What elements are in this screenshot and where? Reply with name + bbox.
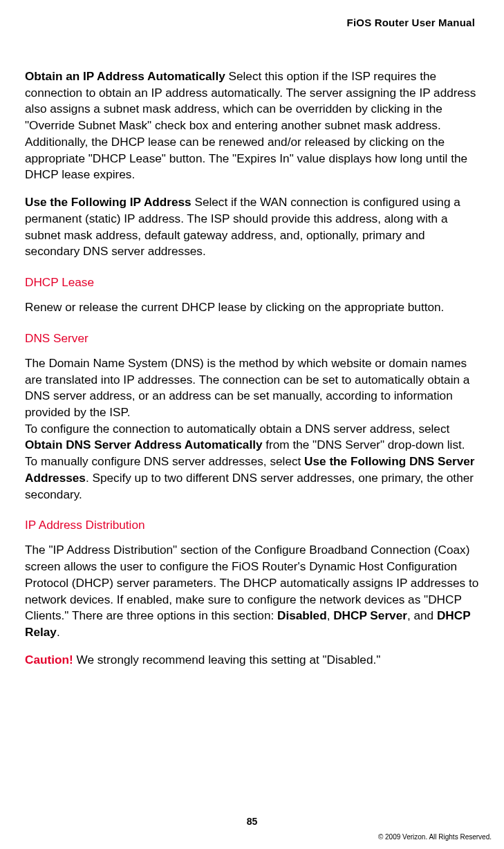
paragraph-ip-distribution: The "IP Address Distribution" section of… [25, 542, 479, 640]
page-number: 85 [0, 816, 504, 827]
paragraph-use-following: Use the Following IP Address Select if t… [25, 194, 479, 260]
dns-p2-end: . Specify up to two different DNS server… [25, 471, 474, 501]
ipdist-bold-disabled: Disabled [277, 608, 327, 622]
dns-p2-bold1: Obtain DNS Server Address Automatically [25, 438, 263, 451]
heading-dns-server: DNS Server [25, 331, 479, 346]
ipdist-sep1: , [327, 608, 334, 622]
paragraph-dhcp-lease: Renew or release the current DHCP lease … [25, 299, 479, 316]
caution-text: We strongly recommend leaving this setti… [73, 653, 381, 666]
text-obtain-ip: Select this option if the ISP requires t… [25, 69, 476, 181]
ipdist-end: . [57, 625, 60, 639]
dns-p2-pre: To configure the connection to automatic… [25, 422, 449, 436]
page-content: FiOS Router User Manual Obtain an IP Add… [0, 0, 504, 669]
paragraph-dns-server-1: The Domain Name System (DNS) is the meth… [25, 355, 479, 421]
document-header-title: FiOS Router User Manual [25, 17, 479, 28]
heading-dhcp-lease: DHCP Lease [25, 275, 479, 290]
heading-ip-distribution: IP Address Distribution [25, 518, 479, 532]
copyright-text: © 2009 Verizon. All Rights Reserved. [378, 833, 492, 841]
caution-label: Caution! [25, 653, 73, 666]
paragraph-dns-server-2: To configure the connection to automatic… [25, 421, 479, 503]
ipdist-bold-dhcp-server: DHCP Server [333, 608, 407, 622]
bold-lead-use-following: Use the Following IP Address [25, 195, 192, 209]
paragraph-caution: Caution! We strongly recommend leaving t… [25, 652, 479, 669]
ipdist-sep2: , and [407, 608, 437, 622]
bold-lead-obtain-ip: Obtain an IP Address Automatically [25, 69, 225, 83]
paragraph-obtain-ip: Obtain an IP Address Automatically Selec… [25, 68, 479, 183]
